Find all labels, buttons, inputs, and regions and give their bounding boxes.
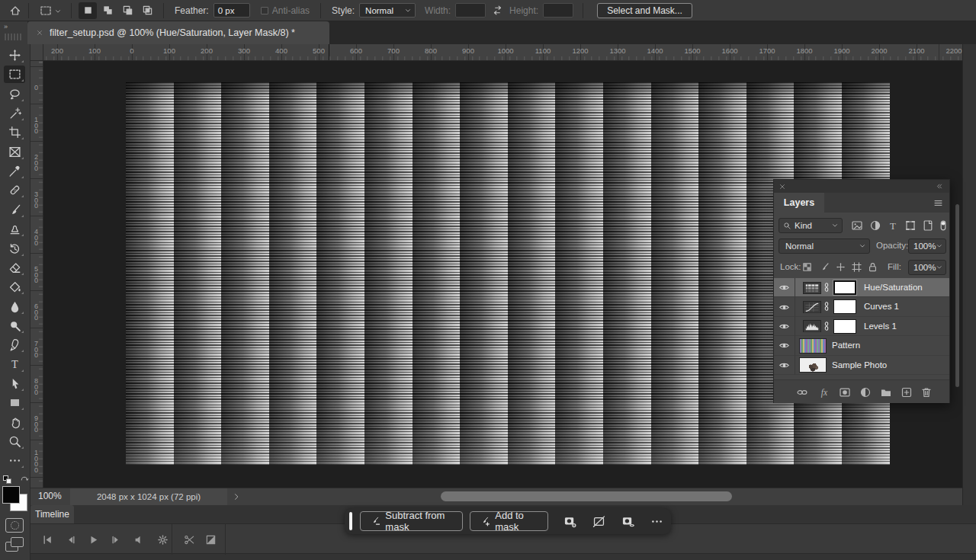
layer-row[interactable]: Curves 1 [774, 297, 949, 316]
new-adjustment-layer-button[interactable] [859, 386, 872, 399]
disable-mask-button[interactable] [589, 512, 608, 530]
lock-all-button[interactable] [867, 261, 878, 273]
new-layer-button[interactable] [900, 386, 913, 399]
antialias-checkbox[interactable] [261, 7, 268, 14]
document-tab[interactable]: filter_setup.psd @ 100% (Hue/Saturation,… [27, 21, 329, 44]
mask-link-icon[interactable] [821, 282, 832, 294]
opacity-select[interactable]: 100% [908, 238, 946, 254]
default-colors-icon[interactable] [3, 475, 11, 484]
feather-input[interactable]: 0 px [214, 3, 250, 18]
home-icon[interactable] [8, 5, 22, 17]
transition-button[interactable] [201, 530, 220, 549]
subtract-from-selection-button[interactable] [118, 2, 136, 19]
eraser-tool[interactable] [4, 259, 25, 277]
height-input[interactable] [543, 3, 573, 18]
pattern-thumbnail[interactable] [799, 338, 827, 354]
move-tool[interactable] [4, 46, 25, 64]
chevron-down-icon[interactable] [54, 8, 62, 15]
drag-handle[interactable] [349, 512, 352, 530]
layer-mask-thumbnail[interactable] [833, 280, 856, 295]
refine-mask-button[interactable] [560, 512, 580, 530]
add-layer-mask-button[interactable] [838, 386, 852, 399]
lock-position-button[interactable] [835, 261, 846, 273]
smart-object-filter-button[interactable] [922, 219, 934, 232]
layer-row[interactable]: Sample Photo [774, 356, 949, 375]
delete-layer-button[interactable] [920, 386, 933, 399]
crop-tool[interactable] [4, 123, 25, 141]
timeline-settings-button[interactable] [153, 530, 172, 549]
curves-thumbnail[interactable] [803, 301, 821, 313]
mask-link-icon[interactable] [821, 301, 832, 313]
layer-visibility-toggle[interactable] [774, 297, 795, 316]
collapse-panel-icon[interactable] [935, 182, 943, 190]
adjustment-layer-filter-button[interactable] [869, 219, 881, 232]
kind-filter-select[interactable]: Kind [779, 218, 843, 233]
blur-tool[interactable] [4, 298, 25, 315]
more-tools[interactable] [4, 452, 25, 469]
blend-mode-select[interactable]: Normal [779, 238, 870, 254]
close-icon[interactable] [36, 29, 43, 37]
brush-tool[interactable] [4, 201, 25, 219]
quick-mask-button[interactable] [5, 518, 24, 533]
layer-row[interactable]: Hue/Saturation [774, 278, 949, 297]
layer-effects-button[interactable]: fx [817, 386, 831, 399]
quick-selection-tool[interactable] [4, 104, 25, 122]
layer-row[interactable]: Pattern [774, 336, 949, 355]
levels-thumbnail[interactable] [803, 320, 821, 332]
select-and-mask-button[interactable]: Select and Mask... [597, 3, 692, 18]
filter-toggle-button[interactable] [937, 219, 949, 232]
add-to-selection-button[interactable] [98, 2, 117, 19]
dock-grip[interactable] [5, 34, 23, 40]
zoom-level-field[interactable]: 100% [38, 491, 62, 501]
go-to-next-frame-button[interactable] [107, 530, 125, 549]
chevron-right-icon[interactable] [232, 492, 241, 501]
width-input[interactable] [455, 3, 486, 18]
lock-artboard-button[interactable] [851, 261, 862, 273]
frame-tool[interactable] [4, 143, 25, 161]
enable-audio-button[interactable] [130, 530, 148, 549]
subtract-from-mask-button[interactable]: Subtract from mask [360, 511, 463, 531]
split-at-playhead-button[interactable] [180, 530, 198, 549]
type-layer-filter-button[interactable]: T [887, 219, 899, 232]
lock-transparent-pixels-button[interactable] [801, 261, 813, 273]
layer-row[interactable]: Levels 1 [774, 317, 949, 336]
vertical-scrollbar[interactable] [955, 204, 959, 387]
panel-menu-icon[interactable] [933, 198, 943, 208]
type-tool[interactable]: T [4, 356, 25, 373]
horizontal-scrollbar[interactable] [441, 491, 732, 501]
swap-colors-icon[interactable] [20, 475, 29, 485]
fill-select[interactable]: 100% [908, 260, 946, 275]
timeline-tab[interactable]: Timeline [30, 505, 74, 523]
layer-visibility-toggle[interactable] [774, 278, 795, 297]
close-icon[interactable] [779, 183, 786, 190]
pen-tool[interactable] [4, 336, 25, 354]
lasso-tool[interactable] [4, 85, 25, 103]
path-selection-tool[interactable] [4, 375, 25, 392]
layer-visibility-toggle[interactable] [774, 356, 795, 375]
link-layers-button[interactable] [795, 386, 809, 399]
hue-saturation-thumbnail[interactable] [803, 282, 821, 294]
clone-stamp-tool[interactable] [4, 220, 25, 238]
layer-visibility-toggle[interactable] [774, 317, 795, 336]
dodge-tool[interactable] [4, 317, 25, 334]
new-selection-button[interactable] [79, 2, 97, 19]
foreground-color-swatch[interactable] [2, 486, 20, 504]
go-to-previous-frame-button[interactable] [61, 530, 79, 549]
antialias-control[interactable]: Anti-alias [261, 5, 310, 16]
mask-link-icon[interactable] [821, 321, 832, 333]
history-brush-tool[interactable] [4, 240, 25, 258]
shape-tool[interactable] [4, 394, 25, 411]
intersect-selection-button[interactable] [138, 2, 156, 19]
expand-panels-icon[interactable]: » [4, 23, 8, 30]
play-button[interactable] [84, 530, 102, 549]
hand-tool[interactable] [4, 414, 25, 431]
rectangular-marquee-tool[interactable] [4, 66, 25, 83]
screen-mode-button[interactable] [5, 537, 24, 552]
tab-layers[interactable]: Layers [774, 193, 824, 213]
swap-width-height-icon[interactable] [492, 5, 503, 16]
lock-image-pixels-button[interactable] [819, 261, 830, 273]
layer-mask-thumbnail[interactable] [833, 319, 856, 334]
layer-mask-thumbnail[interactable] [833, 299, 856, 314]
go-to-first-frame-button[interactable] [38, 530, 56, 549]
mask-view-options-button[interactable] [618, 512, 637, 530]
